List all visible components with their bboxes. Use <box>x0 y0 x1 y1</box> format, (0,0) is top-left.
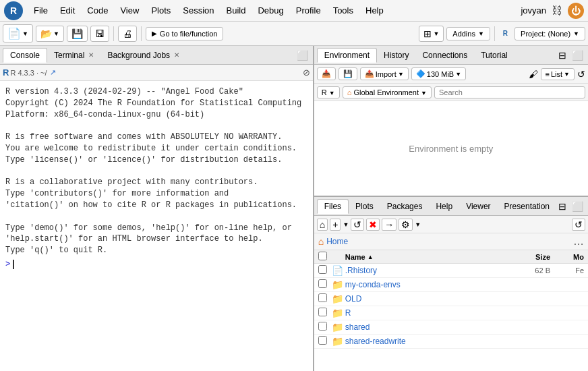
row-0-checkbox[interactable] <box>318 265 327 274</box>
save-button[interactable]: 💾 <box>67 26 88 42</box>
row-2-checkbox[interactable] <box>318 293 327 302</box>
tab-environment[interactable]: Environment <box>317 48 377 63</box>
clear-console-icon[interactable]: ⊘ <box>303 67 310 78</box>
tab-background-jobs-close[interactable]: ✕ <box>174 51 179 59</box>
home-breadcrumb-label[interactable]: Home <box>326 237 348 246</box>
menu-code[interactable]: Code <box>82 3 113 18</box>
env-toolbar: 📥 💾 📤 Import ▼ 🔷 130 MiB ▼ 🖌 <box>314 65 588 84</box>
env-panel-maximize[interactable]: ⬜ <box>570 49 585 61</box>
row-2-name[interactable]: OLD <box>345 294 503 304</box>
row-checkbox[interactable] <box>318 308 332 318</box>
header-mod[interactable]: Mo <box>550 253 584 261</box>
tab-packages[interactable]: Packages <box>380 200 430 213</box>
print-icon: 🖨 <box>123 28 132 39</box>
tab-background-jobs[interactable]: Background Jobs ✕ <box>100 49 186 62</box>
header-name[interactable]: Name ▲ <box>345 253 503 261</box>
files-panel-minimize[interactable]: ⊟ <box>556 200 568 212</box>
menu-debug[interactable]: Debug <box>252 3 289 18</box>
menu-file[interactable]: File <box>28 3 53 18</box>
project-button[interactable]: Project: (None) ▼ <box>514 27 585 40</box>
row-4-checkbox[interactable] <box>318 322 327 331</box>
import-button[interactable]: 📤 Import ▼ <box>360 67 409 80</box>
menu-session[interactable]: Session <box>177 3 219 18</box>
tab-connections[interactable]: Connections <box>415 49 474 62</box>
console-path-nav[interactable]: ↗ <box>50 68 56 77</box>
list-item[interactable]: 📁 R <box>314 306 588 320</box>
menu-edit[interactable]: Edit <box>55 3 80 18</box>
tab-viewer[interactable]: Viewer <box>459 200 497 213</box>
save-all-icon: 🖫 <box>95 28 105 39</box>
select-all-checkbox[interactable] <box>318 252 327 260</box>
refresh-files-button[interactable]: ↺ <box>351 219 364 231</box>
rename-button[interactable]: → <box>382 219 396 231</box>
menu-profile[interactable]: Profile <box>291 3 326 18</box>
load-workspace-button[interactable]: 📥 <box>317 67 336 80</box>
brush-icon[interactable]: 🖌 <box>529 69 538 80</box>
row-3-name[interactable]: R <box>345 308 503 318</box>
row-1-name[interactable]: my-conda-envs <box>345 280 503 289</box>
files-refresh-button[interactable]: ↺ <box>572 219 585 231</box>
row-checkbox[interactable] <box>318 322 332 333</box>
row-0-name[interactable]: .Rhistory <box>345 266 503 275</box>
tab-presentation[interactable]: Presentation <box>498 200 556 213</box>
env-panel-minimize[interactable]: ⊟ <box>556 49 568 61</box>
list-item[interactable]: 📁 my-conda-envs <box>314 278 588 292</box>
list-item[interactable]: 📁 OLD <box>314 292 588 306</box>
files-panel-maximize[interactable]: ⬜ <box>570 200 585 212</box>
tab-console[interactable]: Console <box>3 48 47 63</box>
new-folder-button[interactable]: + <box>330 219 341 231</box>
menu-help[interactable]: Help <box>360 3 389 18</box>
addins-button[interactable]: Addins ▼ <box>446 27 490 40</box>
row-1-checkbox[interactable] <box>318 279 327 288</box>
list-item[interactable]: 📁 shared-readwrite <box>314 335 588 349</box>
menu-view[interactable]: View <box>115 3 144 18</box>
row-3-checkbox[interactable] <box>318 308 327 316</box>
goto-button[interactable]: Go to file/function <box>146 27 224 40</box>
menu-plots[interactable]: Plots <box>146 3 176 18</box>
env-search-input[interactable] <box>434 86 585 98</box>
refresh-icon[interactable]: ↺ <box>577 69 585 80</box>
r-language-select[interactable]: R ▼ <box>317 86 340 98</box>
home-button[interactable]: ⌂ <box>317 219 328 231</box>
global-env-select[interactable]: ⌂ Global Environment ▼ <box>343 86 432 98</box>
console-area[interactable]: R version 4.3.3 (2024-02-29) -- "Angel F… <box>0 81 313 371</box>
list-view-button[interactable]: ≡ List ▼ <box>541 68 575 80</box>
memory-button[interactable]: 🔷 130 MiB ▼ <box>411 67 466 80</box>
tab-tutorial[interactable]: Tutorial <box>474 49 514 62</box>
row-5-checkbox[interactable] <box>318 336 327 345</box>
more-options-button[interactable]: … <box>573 235 584 248</box>
tab-plots[interactable]: Plots <box>349 200 380 213</box>
open-file-button[interactable]: 📂 ▼ <box>36 26 64 42</box>
menu-build[interactable]: Build <box>221 3 252 18</box>
user-avatar[interactable]: ⏻ <box>568 3 584 19</box>
main-layout: Console Terminal ✕ Background Jobs ✕ ⬜ R… <box>0 46 588 371</box>
save-all-button[interactable]: 🖫 <box>90 26 109 42</box>
tab-terminal[interactable]: Terminal ✕ <box>47 49 100 62</box>
list-item[interactable]: 📄 .Rhistory 62 B Fe <box>314 264 588 278</box>
row-checkbox[interactable] <box>318 293 332 304</box>
tab-help[interactable]: Help <box>429 200 459 213</box>
left-panel-maximize[interactable]: ⬜ <box>295 49 310 61</box>
header-size[interactable]: Size <box>503 253 550 261</box>
row-checkbox[interactable] <box>318 279 332 290</box>
pane-layout-button[interactable]: ⊞ ▼ <box>419 26 444 42</box>
row-checkbox[interactable] <box>318 265 332 276</box>
size-col-label: Size <box>535 253 550 261</box>
row-5-name[interactable]: shared-readwrite <box>345 337 503 346</box>
list-item[interactable]: 📁 shared <box>314 320 588 335</box>
delete-button[interactable]: ✖ <box>366 219 380 231</box>
row-4-name[interactable]: shared <box>345 322 503 332</box>
name-col-label: Name <box>345 253 365 261</box>
folder-icon: 📁 <box>332 308 345 318</box>
new-file-button[interactable]: 📄 ▼ <box>3 24 33 42</box>
tab-terminal-close[interactable]: ✕ <box>88 51 94 59</box>
pane-layout-icon: ⊞ <box>423 28 432 39</box>
print-button[interactable]: 🖨 <box>118 26 137 42</box>
row-checkbox[interactable] <box>318 336 332 347</box>
tab-files[interactable]: Files <box>317 199 349 214</box>
menu-tools[interactable]: Tools <box>328 3 359 18</box>
r-dropdown-icon: ▼ <box>329 90 335 96</box>
save-workspace-button[interactable]: 💾 <box>339 67 357 80</box>
settings-button[interactable]: ⚙ <box>399 219 413 231</box>
tab-history[interactable]: History <box>377 49 415 62</box>
